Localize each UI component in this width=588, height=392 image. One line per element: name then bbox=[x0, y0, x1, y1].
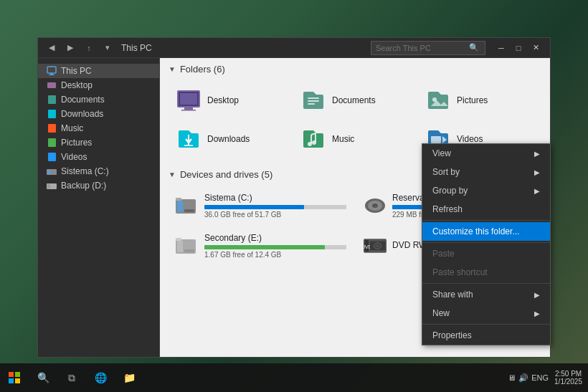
drive-secondary[interactable]: Secondary (E:) 1.67 GB free of 12.4 GB bbox=[169, 227, 354, 264]
drive-sistema[interactable]: Sistema (C:) 36.0 GB free of 51.7 GB bbox=[169, 187, 354, 224]
up-button[interactable]: ↑ bbox=[81, 40, 97, 56]
sidebar-item-pictures[interactable]: Pictures bbox=[38, 135, 159, 150]
ctx-customize[interactable]: Customize this folder... bbox=[422, 222, 550, 241]
sidebar-label-documents: Documents bbox=[61, 95, 105, 105]
svg-rect-40 bbox=[184, 249, 194, 252]
svg-rect-16 bbox=[308, 97, 319, 99]
ctx-sep-3 bbox=[422, 283, 550, 284]
taskbar-search-icon[interactable]: 🔍 bbox=[29, 363, 57, 392]
sidebar-item-sistema[interactable]: Sistema (C:) bbox=[38, 164, 159, 178]
this-pc-icon bbox=[47, 66, 57, 76]
folders-section-header[interactable]: ▼ Folders (6) bbox=[160, 58, 550, 79]
drive-c-name: Sistema (C:) bbox=[204, 193, 346, 203]
titlebar-right: 🔍 ─ □ ✕ bbox=[371, 39, 544, 57]
ctx-refresh[interactable]: Refresh bbox=[422, 200, 550, 219]
ctx-refresh-label: Refresh bbox=[432, 204, 463, 214]
documents-folder-icon bbox=[300, 87, 326, 113]
videos-label: Videos bbox=[457, 134, 483, 144]
folders-section-label: Folders (6) bbox=[180, 64, 225, 75]
sidebar-item-downloads[interactable]: Downloads bbox=[38, 107, 159, 121]
ctx-view[interactable]: View ▶ bbox=[422, 144, 550, 163]
taskbar-right: 🖥 🔊 ENG 2:50 PM 1/1/2025 bbox=[508, 370, 588, 386]
taskbar-explorer-icon[interactable]: 📁 bbox=[115, 363, 143, 392]
downloads-label: Downloads bbox=[207, 134, 250, 144]
drive-e-bar-bg bbox=[204, 245, 346, 249]
drive-e-bar-fill bbox=[204, 245, 325, 249]
sidebar-label-videos: Videos bbox=[61, 152, 87, 162]
recent-button[interactable]: ▾ bbox=[100, 40, 115, 56]
ctx-sep-1 bbox=[422, 220, 550, 221]
search-box[interactable]: 🔍 bbox=[371, 41, 485, 55]
ctx-new[interactable]: New ▶ bbox=[422, 304, 550, 322]
svg-rect-1 bbox=[15, 372, 20, 377]
maximize-button[interactable]: □ bbox=[510, 39, 527, 57]
ctx-sep-4 bbox=[422, 324, 550, 325]
ctx-paste-label: Paste bbox=[432, 249, 455, 259]
sidebar-item-documents[interactable]: Documents bbox=[38, 92, 159, 107]
svg-rect-6 bbox=[49, 75, 54, 75]
svg-rect-24 bbox=[184, 145, 193, 146]
ctx-properties[interactable]: Properties bbox=[422, 326, 550, 345]
pictures-icon bbox=[47, 138, 57, 148]
forward-button[interactable]: ▶ bbox=[62, 40, 78, 56]
taskbar-network-icon: 🖥 bbox=[508, 373, 516, 382]
drives-section-label: Devices and drives (5) bbox=[180, 169, 272, 180]
drive-c-bar-fill bbox=[204, 205, 304, 209]
back-button[interactable]: ◀ bbox=[44, 40, 60, 56]
svg-rect-0 bbox=[9, 372, 14, 377]
folder-item-music[interactable]: Music bbox=[293, 120, 417, 158]
sistema-drive-icon bbox=[47, 166, 57, 176]
start-button[interactable] bbox=[0, 363, 29, 392]
ctx-view-arrow: ▶ bbox=[534, 150, 540, 158]
ctx-sort-arrow: ▶ bbox=[534, 168, 540, 176]
svg-rect-13 bbox=[180, 93, 197, 105]
svg-point-26 bbox=[312, 140, 316, 145]
ctx-customize-label: Customize this folder... bbox=[432, 226, 519, 236]
folders-chevron: ▼ bbox=[169, 65, 176, 73]
ctx-new-label: New bbox=[432, 308, 450, 318]
folder-item-pictures[interactable]: Pictures bbox=[418, 82, 541, 119]
ctx-sort-by[interactable]: Sort by ▶ bbox=[422, 163, 550, 181]
sidebar-item-this-pc[interactable]: This PC bbox=[38, 64, 159, 78]
svg-rect-14 bbox=[184, 107, 193, 110]
taskbar-volume-icon: 🔊 bbox=[518, 373, 528, 383]
pictures-label: Pictures bbox=[457, 95, 488, 105]
svg-point-46 bbox=[376, 245, 379, 247]
svg-rect-3 bbox=[15, 378, 20, 383]
drive-e-free: 1.67 GB free of 12.4 GB bbox=[204, 251, 346, 259]
ctx-paste-shortcut-label: Paste shortcut bbox=[432, 267, 488, 277]
ctx-sep-2 bbox=[422, 242, 550, 243]
drive-e-icon bbox=[176, 234, 199, 257]
folder-item-downloads[interactable]: Downloads bbox=[169, 120, 292, 158]
sidebar-item-backup[interactable]: Backup (D:) bbox=[38, 178, 159, 193]
ctx-group-label: Group by bbox=[432, 186, 468, 196]
folder-item-documents[interactable]: Documents bbox=[293, 82, 417, 119]
drive-c-bar-bg bbox=[204, 205, 346, 209]
folder-item-desktop[interactable]: Desktop bbox=[169, 82, 292, 119]
music-icon bbox=[47, 123, 57, 133]
downloads-icon bbox=[47, 109, 57, 119]
minimize-button[interactable]: ─ bbox=[493, 39, 510, 57]
taskbar-task-view[interactable]: ⧉ bbox=[57, 363, 86, 392]
window-controls: ─ □ ✕ bbox=[493, 39, 544, 57]
sidebar-label-this-pc: This PC bbox=[61, 66, 92, 76]
music-folder-icon bbox=[300, 126, 326, 152]
ctx-share-arrow: ▶ bbox=[534, 291, 540, 299]
drive-j-icon: DVD bbox=[364, 234, 387, 257]
drive-c-icon bbox=[176, 194, 199, 217]
sidebar-item-videos[interactable]: Videos bbox=[38, 150, 159, 164]
close-button[interactable]: ✕ bbox=[527, 39, 544, 57]
sidebar-label-music: Music bbox=[61, 123, 83, 133]
search-icon: 🔍 bbox=[469, 43, 479, 52]
sidebar-label-backup: Backup (D:) bbox=[61, 181, 106, 191]
taskbar-edge-icon[interactable]: 🌐 bbox=[86, 363, 115, 392]
ctx-share-with[interactable]: Share with ▶ bbox=[422, 285, 550, 304]
sidebar-item-desktop[interactable]: Desktop bbox=[38, 78, 159, 92]
sidebar-item-music[interactable]: Music bbox=[38, 121, 159, 135]
drive-e-name: Secondary (E:) bbox=[204, 233, 346, 243]
sidebar-label-desktop: Desktop bbox=[61, 80, 93, 90]
drive-c-info: Sistema (C:) 36.0 GB free of 51.7 GB bbox=[204, 193, 346, 219]
ctx-group-by[interactable]: Group by ▶ bbox=[422, 181, 550, 200]
search-input[interactable] bbox=[376, 44, 469, 52]
svg-rect-17 bbox=[308, 100, 319, 102]
